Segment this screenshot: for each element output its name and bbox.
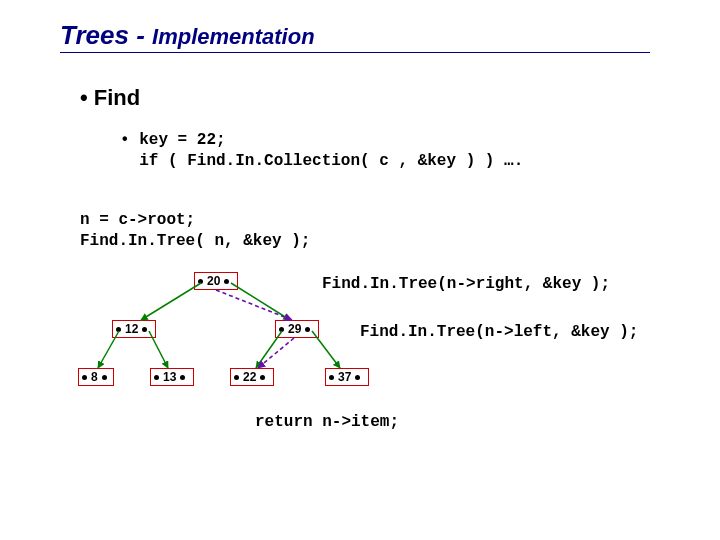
title-underline [60, 52, 650, 53]
node-value: 22 [239, 370, 260, 384]
node-value: 20 [203, 274, 224, 288]
pointer-dot [355, 375, 360, 380]
node-value: 37 [334, 370, 355, 384]
tree-node-rl: 22 [230, 368, 274, 386]
trace-right-to-rl [258, 338, 294, 368]
code-block-2: n = c->root; Find.In.Tree( n, &key ); [80, 210, 310, 252]
node-value: 8 [87, 370, 102, 384]
code-line-key: • key = 22; [120, 130, 523, 151]
tree-node-lr: 13 [150, 368, 194, 386]
slide-title: Trees - Implementation [60, 20, 315, 51]
code-block-1: • key = 22; if ( Find.In.Collection( c ,… [120, 130, 523, 172]
tree-node-right: 29 [275, 320, 319, 338]
tree-node-ll: 8 [78, 368, 114, 386]
code-line-findtree: Find.In.Tree( n, &key ); [80, 231, 310, 252]
trace-root-to-right [216, 290, 292, 320]
call-find-right: Find.In.Tree(n->right, &key ); [322, 275, 610, 293]
title-sep: - [129, 20, 152, 50]
code-line-if: if ( Find.In.Collection( c , &key ) ) …. [120, 151, 523, 172]
node-value: 12 [121, 322, 142, 336]
pointer-dot [180, 375, 185, 380]
node-value: 13 [159, 370, 180, 384]
title-sub: Implementation [152, 24, 315, 49]
pointer-dot [142, 327, 147, 332]
code-line-root: n = c->root; [80, 210, 310, 231]
pointer-dot [102, 375, 107, 380]
edge-root-right [231, 283, 290, 320]
return-line: return n->item; [255, 413, 399, 431]
call-find-left: Find.In.Tree(n->left, &key ); [360, 323, 638, 341]
tree-edges-overlay [0, 0, 720, 540]
bullet-find: • Find [80, 85, 140, 111]
edge-root-left [141, 283, 201, 320]
pointer-dot [224, 279, 229, 284]
pointer-dot [305, 327, 310, 332]
tree-node-left: 12 [112, 320, 156, 338]
node-value: 29 [284, 322, 305, 336]
tree-node-rr: 37 [325, 368, 369, 386]
tree-node-root: 20 [194, 272, 238, 290]
title-main: Trees [60, 20, 129, 50]
pointer-dot [260, 375, 265, 380]
